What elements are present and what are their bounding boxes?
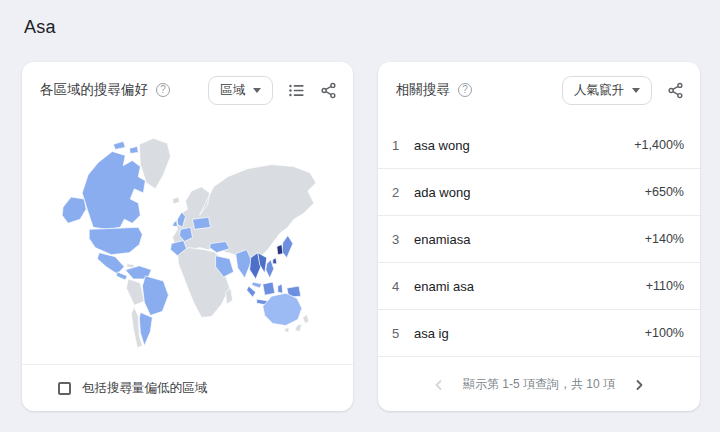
region-dropdown-value: 區域 xyxy=(220,82,245,99)
region-new-zealand[interactable] xyxy=(303,314,309,323)
help-icon[interactable]: ? xyxy=(458,83,472,97)
region-japan[interactable] xyxy=(282,235,293,257)
query-link[interactable]: enami asa xyxy=(414,279,474,294)
row-rank: 3 xyxy=(392,232,409,247)
region-canada-islands[interactable] xyxy=(113,141,125,149)
region-peru[interactable] xyxy=(126,279,144,305)
help-icon[interactable]: ? xyxy=(156,83,170,97)
include-low-volume-label: 包括搜尋量偏低的區域 xyxy=(82,380,207,397)
share-icon[interactable] xyxy=(320,82,337,99)
table-row[interactable]: 3 enamiasa +140% xyxy=(378,216,700,262)
region-mexico[interactable] xyxy=(97,253,124,274)
chevron-down-icon xyxy=(253,88,261,93)
pagination: 顯示第 1-5 項查詢，共 10 項 xyxy=(378,358,700,411)
region-new-zealand[interactable] xyxy=(295,324,302,332)
share-icon[interactable] xyxy=(667,82,684,99)
next-page-icon[interactable] xyxy=(633,379,645,391)
region-ireland[interactable] xyxy=(172,220,177,226)
query-link[interactable]: asa wong xyxy=(414,138,470,153)
region-card-header: 各區域的搜尋偏好 ? 區域 xyxy=(22,62,353,118)
region-canada[interactable] xyxy=(82,151,145,229)
row-rank: 2 xyxy=(392,185,409,200)
region-germany-poland[interactable] xyxy=(193,217,211,229)
region-sulawesi[interactable] xyxy=(278,284,283,293)
region-iceland[interactable] xyxy=(172,197,179,204)
related-queries-list: 1 asa wong +1,400% 2 ada wong +650% 3 en… xyxy=(378,122,700,357)
related-queries-card: 相關搜尋 ? 人氣竄升 1 asa wong +1,400% 2 ada won… xyxy=(378,62,700,411)
page-title: Asa xyxy=(24,17,56,38)
include-low-volume-checkbox[interactable] xyxy=(58,382,71,395)
row-rank: 4 xyxy=(392,279,409,294)
chevron-down-icon xyxy=(632,88,640,93)
sort-dropdown-value: 人氣竄升 xyxy=(574,82,624,99)
prev-page-icon[interactable] xyxy=(433,379,445,391)
row-rank: 5 xyxy=(392,326,409,341)
related-card-title: 相關搜尋 xyxy=(396,81,450,99)
region-card: 各區域的搜尋偏好 ? 區域 xyxy=(22,62,353,411)
sort-dropdown[interactable]: 人氣竄升 xyxy=(562,76,652,105)
region-australia[interactable] xyxy=(263,293,302,325)
change-percent: +110% xyxy=(646,279,684,293)
region-argentina[interactable] xyxy=(139,312,152,345)
table-row[interactable]: 1 asa wong +1,400% xyxy=(378,122,700,168)
region-central-america[interactable] xyxy=(116,272,127,280)
table-row[interactable]: 5 asa ig +100% xyxy=(378,310,700,356)
row-divider xyxy=(378,356,700,357)
region-tasmania[interactable] xyxy=(285,328,289,333)
change-percent: +1,400% xyxy=(634,138,684,152)
query-link[interactable]: ada wong xyxy=(414,185,470,200)
region-cuba[interactable] xyxy=(126,264,134,268)
region-dropdown[interactable]: 區域 xyxy=(208,76,273,105)
region-card-title: 各區域的搜尋偏好 xyxy=(40,81,148,99)
table-row[interactable]: 2 ada wong +650% xyxy=(378,169,700,215)
region-sumatra[interactable] xyxy=(247,286,256,297)
table-row[interactable]: 4 enami asa +110% xyxy=(378,263,700,309)
related-card-header: 相關搜尋 ? 人氣竄升 xyxy=(378,62,700,118)
row-rank: 1 xyxy=(392,138,409,153)
world-map[interactable] xyxy=(35,116,340,364)
region-brazil[interactable] xyxy=(142,276,168,315)
region-alaska[interactable] xyxy=(62,197,86,223)
region-canada-islands[interactable] xyxy=(129,146,138,153)
query-link[interactable]: enamiasa xyxy=(414,232,470,247)
region-borneo[interactable] xyxy=(263,282,275,295)
region-south-korea[interactable] xyxy=(277,245,283,255)
region-united-states[interactable] xyxy=(89,227,142,254)
change-percent: +100% xyxy=(645,326,684,340)
pagination-label: 顯示第 1-5 項查詢，共 10 項 xyxy=(463,376,615,393)
query-link[interactable]: asa ig xyxy=(414,326,449,341)
region-taiwan[interactable] xyxy=(273,258,277,264)
region-card-footer: 包括搜尋量偏低的區域 xyxy=(22,364,353,411)
list-view-icon[interactable] xyxy=(288,82,305,99)
change-percent: +140% xyxy=(645,232,684,246)
change-percent: +650% xyxy=(645,185,684,199)
region-malaysia[interactable] xyxy=(252,282,262,288)
